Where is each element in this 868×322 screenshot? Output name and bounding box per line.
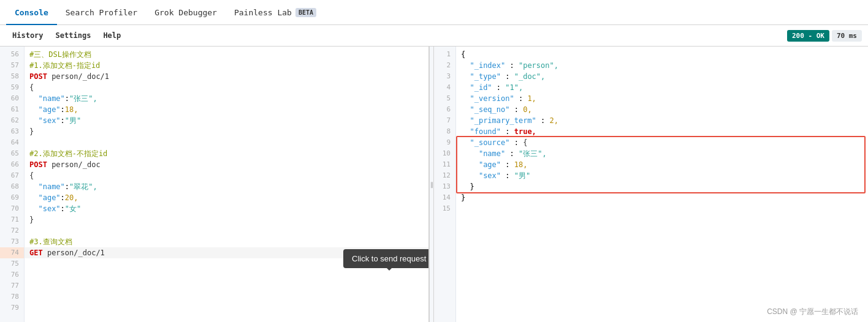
- editor-line-69: "age":20,: [25, 192, 428, 203]
- editor-line-71: }: [25, 214, 428, 225]
- editor-line-56: #三、DSL操作文档: [25, 49, 428, 60]
- editor-line-73: #3.查询文档: [25, 236, 428, 247]
- output-line-4: "_id" : "1",: [456, 82, 868, 93]
- editor-line-58: POST person/_doc/1: [25, 71, 428, 82]
- second-nav: History Settings Help 200 - OK 70 ms: [0, 25, 868, 47]
- time-badge: 70 ms: [832, 30, 862, 42]
- output-content: { "_index" : "person", "_type" : "_doc",…: [456, 47, 868, 322]
- editor-line-57: #1.添加文档-指定id: [25, 60, 428, 71]
- editor-pane: 5657585960616263646566676869707172737475…: [0, 47, 429, 322]
- tab-console[interactable]: Console: [6, 0, 57, 25]
- editor-line-65: #2.添加文档-不指定id: [25, 148, 428, 159]
- nav-settings[interactable]: Settings: [50, 25, 97, 47]
- tab-painless-lab[interactable]: Painless Lab BETA: [226, 0, 325, 25]
- editor-line-70: "sex":"女": [25, 203, 428, 214]
- editor-line-72: [25, 225, 428, 236]
- code-content[interactable]: #三、DSL操作文档#1.添加文档-指定idPOST person/_doc/1…: [25, 47, 428, 322]
- line-numbers: 5657585960616263646566676869707172737475…: [0, 47, 25, 322]
- output-line-1: {: [456, 49, 868, 60]
- tooltip-box: Click to send request: [343, 249, 428, 268]
- output-line-numbers: 123456789101112131415: [434, 47, 456, 322]
- top-nav: Console Search Profiler Grok Debugger Pa…: [0, 0, 868, 25]
- editor-line-67: {: [25, 170, 428, 181]
- editor-line-60: "name":"张三",: [25, 93, 428, 104]
- editor-line-63: }: [25, 126, 428, 137]
- editor-line-59: {: [25, 82, 428, 93]
- output-line-5: "_version" : 1,: [456, 93, 868, 104]
- output-pane: 123456789101112131415 { "_index" : "pers…: [434, 47, 868, 322]
- editor-line-61: "age":18,: [25, 104, 428, 115]
- editor-line-77: [25, 280, 428, 291]
- editor-line-78: [25, 291, 428, 302]
- code-area: 5657585960616263646566676869707172737475…: [0, 47, 428, 322]
- editor-line-66: POST person/_doc: [25, 159, 428, 170]
- output-code-area: 123456789101112131415 { "_index" : "pers…: [434, 47, 868, 322]
- tooltip-container: Click to send request: [343, 249, 428, 268]
- output-line-10: "name" : "张三",: [456, 148, 868, 159]
- main-content: 5657585960616263646566676869707172737475…: [0, 47, 868, 322]
- output-line-3: "_type" : "_doc",: [456, 71, 868, 82]
- tab-grok-debugger[interactable]: Grok Debugger: [146, 0, 226, 25]
- output-line-12: "sex" : "男": [456, 170, 868, 181]
- nav-help[interactable]: Help: [97, 25, 127, 47]
- output-line-15: [456, 203, 868, 214]
- editor-line-68: "name":"翠花",: [25, 181, 428, 192]
- nav-history[interactable]: History: [6, 25, 50, 47]
- beta-badge: BETA: [295, 8, 316, 17]
- tab-search-profiler[interactable]: Search Profiler: [57, 0, 146, 25]
- editor-line-62: "sex":"男": [25, 115, 428, 126]
- pane-divider[interactable]: ∥: [429, 47, 434, 322]
- output-line-9: "_source" : {: [456, 137, 868, 148]
- watermark: CSDN @ 宁愿一生都不说话: [767, 307, 858, 317]
- output-line-13: }: [456, 181, 868, 192]
- output-line-7: "_primary_term" : 2,: [456, 115, 868, 126]
- editor-line-76: [25, 269, 428, 280]
- output-line-2: "_index" : "person",: [456, 60, 868, 71]
- output-line-11: "age" : 18,: [456, 159, 868, 170]
- output-line-14: }: [456, 192, 868, 203]
- output-line-6: "_seq_no" : 0,: [456, 104, 868, 115]
- editor-line-64: [25, 137, 428, 148]
- editor-line-79: [25, 302, 428, 313]
- output-line-8: "found" : true,: [456, 126, 868, 137]
- status-badge: 200 - OK: [787, 30, 829, 42]
